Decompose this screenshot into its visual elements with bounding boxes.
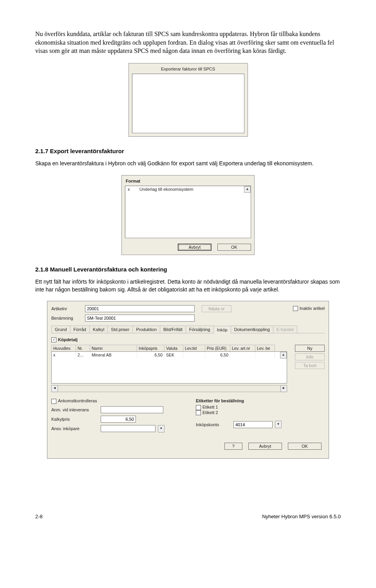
list-item[interactable]: x Underlag till ekonomisystem — [125, 186, 251, 192]
tab-f-rr-d[interactable]: Förråd — [70, 326, 90, 333]
grid-body[interactable]: x 2... Mineral AB 6,50 SEK 6,50 ▲ — [51, 351, 287, 384]
table-row[interactable]: x 2... Mineral AB 6,50 SEK 6,50 — [52, 352, 287, 358]
format-label: Format — [122, 175, 254, 186]
intro-paragraph: Nu överförs kunddata, artiklar och faktu… — [35, 30, 341, 55]
info-button: Info — [295, 353, 325, 360]
dialog-title: Exporterar fakturor till SPCS — [129, 63, 248, 74]
cancel-button[interactable]: Avbryt — [248, 443, 282, 450]
scroll-up-icon[interactable]: ▲ — [280, 352, 287, 358]
ok-button[interactable]: OK — [217, 244, 251, 251]
section-217-text: Skapa en leverantörsfaktura i Hybron och… — [35, 160, 341, 168]
ankomst-checkbox[interactable]: Ankomstkontrolleras — [51, 398, 180, 404]
grid-header: Huvudlev.Nr.NamnInköpsprisValutaLev.tidP… — [51, 345, 287, 352]
scroll-right-icon[interactable]: ► — [280, 385, 287, 392]
column-header[interactable]: Lev.tid — [183, 345, 205, 352]
cell-levtid — [183, 352, 205, 358]
column-header[interactable]: Valuta — [164, 345, 183, 352]
column-header[interactable]: Nr. — [76, 345, 90, 352]
column-header[interactable]: Huvudlev. — [51, 345, 76, 352]
tab-produktion[interactable]: Produktion — [132, 326, 160, 333]
chevron-down-icon[interactable]: ▼ — [158, 425, 164, 432]
dialog-listbox — [132, 74, 244, 133]
horizontal-scrollbar[interactable]: ◄ ► — [51, 385, 287, 392]
column-header[interactable]: Namn — [90, 345, 137, 352]
kopdetalj-checkbox[interactable]: ✓Köpdetalj — [51, 337, 325, 343]
article-panel: Artikelnr Nästa nr Inaktiv artikel Benäm… — [47, 301, 329, 459]
cell-nr: 2... — [76, 352, 90, 358]
artikelnr-label: Artikelnr — [51, 306, 83, 311]
kalkylpris-field[interactable] — [101, 416, 136, 423]
tab-f-rs-ljning[interactable]: Försäljning — [186, 326, 214, 333]
format-listbox[interactable]: x Underlag till ekonomisystem ▲ — [125, 186, 251, 238]
help-button[interactable]: ? — [224, 443, 242, 450]
ok-button[interactable]: OK — [288, 443, 322, 450]
export-spcs-dialog: Exporterar fakturor till SPCS — [128, 63, 248, 137]
nasta-nr-button: Nästa nr — [202, 305, 231, 312]
page-footer: 2-8 Nyheter Hybron MPS version 6.5.0 — [35, 514, 341, 519]
benamning-label: Benämning — [51, 316, 83, 320]
column-header[interactable]: Lev. art.nr — [230, 345, 255, 352]
tab-std-priser[interactable]: Std.priser — [107, 326, 133, 333]
column-header[interactable]: Lev. be — [255, 345, 275, 352]
tab-bild-frif-lt[interactable]: Bild/Frifält — [160, 326, 186, 333]
ny-button[interactable]: Ny — [295, 345, 325, 352]
tab-kalkyl[interactable]: Kalkyl — [89, 326, 108, 333]
list-mark: x — [125, 186, 137, 192]
cell-valuta: SEK — [164, 352, 183, 358]
tab-dokumentkoppling[interactable]: Dokumentkoppling — [231, 326, 273, 333]
inaktiv-artikel-checkbox[interactable]: Inaktiv artikel — [293, 306, 325, 311]
format-dialog: Format x Underlag till ekonomisystem ▲ A… — [121, 175, 255, 255]
column-header[interactable]: Pris (EUR) — [205, 345, 230, 352]
benamning-field[interactable] — [85, 315, 195, 322]
tab-e-handel: E-handel — [273, 326, 297, 333]
tab-ink-p[interactable]: Inköp — [213, 326, 231, 333]
list-text: Underlag till ekonomisystem — [137, 186, 251, 192]
scroll-left-icon[interactable]: ◄ — [51, 385, 58, 392]
etikett1-checkbox[interactable]: Etikett 1 — [196, 405, 325, 410]
ansv-field[interactable] — [101, 425, 155, 432]
etiketter-heading: Etiketter för beställning — [196, 398, 325, 403]
cell-inkopspris: 6,50 — [137, 352, 164, 358]
artikelnr-field[interactable] — [85, 305, 195, 312]
footer-title: Nyheter Hybron MPS version 6.5.0 — [262, 514, 341, 519]
cell-levartnr — [230, 352, 255, 358]
chevron-down-icon[interactable]: ▼ — [275, 421, 282, 428]
ansv-label: Ansv. inköpare — [51, 426, 98, 431]
anm-field[interactable] — [101, 406, 163, 413]
inkopskonto-field[interactable] — [233, 421, 273, 428]
column-header[interactable]: Inköpspris — [137, 345, 164, 352]
anm-label: Anm. vid inleverans — [51, 407, 98, 412]
cell-levbe — [255, 352, 275, 358]
tab-grund[interactable]: Grund — [51, 326, 70, 333]
scroll-up-icon[interactable]: ▲ — [244, 186, 251, 193]
cell-namn: Mineral AB — [90, 352, 137, 358]
tabort-button: Ta bort — [295, 362, 325, 369]
cancel-button[interactable]: Avbryt — [178, 244, 212, 251]
section-217-heading: 2.1.7 Export leverantörsfakturor — [35, 148, 341, 154]
cell-huvudlev: x — [52, 352, 76, 358]
section-218-text: Ett nytt fält har införts för inköpskont… — [35, 278, 341, 293]
kalkylpris-label: Kalkylpris — [51, 417, 98, 422]
etikett2-checkbox[interactable]: Etikett 2 — [196, 410, 325, 416]
page-number: 2-8 — [35, 514, 43, 519]
inkopskonto-label: Inköpskonto — [196, 422, 231, 427]
tab-bar: GrundFörrådKalkylStd.priserProduktionBil… — [51, 326, 325, 333]
check-icon: ✓ — [51, 337, 56, 342]
cell-priseur: 6,50 — [205, 352, 230, 358]
section-218-heading: 2.1.8 Manuell Leverantörsfaktura och kon… — [35, 266, 341, 273]
